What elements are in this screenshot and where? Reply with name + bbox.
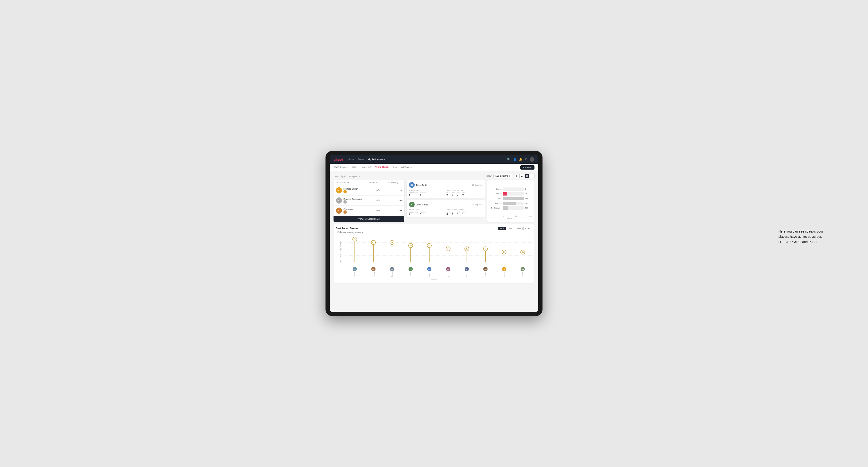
player-axis-label: M. Miller [485, 272, 486, 277]
annotation-text: Here you can see streaks your players ha… [778, 229, 826, 245]
practice-activities-stat: Total Practice Activities OTT 0 APP [446, 209, 483, 216]
player-details: Edward Crossman 2 [343, 198, 362, 204]
streak-col: 3x [514, 236, 532, 262]
streak-col: 4x [457, 236, 476, 262]
avatar: DB [390, 267, 394, 271]
player-card: JC Josh Coles 26 Aug 2023 Total Rounds T… [407, 200, 485, 217]
streak-bubble: 5x [408, 243, 413, 248]
subnav-hcaps[interactable]: Hcaps 1-5 [361, 166, 371, 169]
avatar: MM [483, 267, 488, 271]
bell-icon[interactable]: 🔔 [519, 158, 522, 161]
grid-view-button[interactable]: ⊞ [514, 174, 519, 178]
filter-app-button[interactable]: APP [507, 227, 514, 230]
logo: clippd [334, 158, 343, 161]
card-stats: Total Rounds Tournament 8 Practice [409, 189, 483, 196]
more-view-button[interactable]: ⋮ [530, 174, 534, 178]
subnav-pgat[interactable]: PGAT Players [334, 166, 347, 169]
streaks-subtitle: Off The Tee, Fairway Accuracy [336, 231, 532, 234]
avatar: RB [336, 187, 342, 193]
player-axis-label: J. Coles [410, 272, 411, 277]
player-info: RB Richard Butler 1 [336, 187, 369, 193]
leaderboard-header: PLAYER NAME PB SCORE PB AVG SQ [334, 180, 404, 185]
streak-bubble: 6x [390, 240, 394, 245]
streak-bubble: 4x [464, 247, 469, 251]
avatar: RB [427, 267, 431, 271]
streak-bubble: 3x [502, 250, 506, 254]
player-axis-label: B. McHerg [372, 272, 375, 277]
nav-teams[interactable]: Teams [358, 158, 365, 161]
player-avatar-item: EEE. Ebert [345, 267, 364, 277]
player-avatar-item: CQC. Quick [514, 267, 532, 277]
view-full-leaderboard-button[interactable]: View Full Leaderboard [334, 216, 404, 222]
filter-ott-button[interactable]: OTT [498, 227, 506, 230]
y-axis-container: Best Streak, Fairway Accuracy [336, 236, 344, 267]
bar-chart: Eagles 3 Birdies [490, 183, 532, 214]
rank-badge: 2 [343, 200, 347, 204]
streaks-header: Best Round Streaks OTT APP ARG PUTT [336, 227, 532, 230]
filter-buttons: OTT APP ARG PUTT [498, 227, 532, 230]
subnav-all-players[interactable]: All Players [401, 166, 412, 169]
avatar[interactable] [530, 157, 534, 162]
card-header: RB Rees Britt 02 Sep 2023 [409, 182, 483, 188]
bar-chart-panel: Eagles 3 Birdies [487, 180, 534, 222]
player-axis-label: D. Billingham [391, 272, 394, 277]
tablet-screen: clippd Home Teams My Performance 🔍 👤 🔔 ⚙… [330, 155, 538, 312]
player-avatar-item: DBD. Billingham [382, 267, 401, 277]
subnav-tour[interactable]: Tour [393, 166, 397, 169]
players-label: Players [336, 278, 532, 280]
person-icon[interactable]: 👤 [513, 158, 517, 161]
edit-icon[interactable]: ✏ [359, 175, 361, 178]
player-avatar-item: BMB. McHerg [364, 267, 382, 277]
player-info: EC Edward Crossman 2 [336, 197, 369, 204]
player-avatar-item: DFD. Ford [457, 267, 476, 277]
streak-bubble: 6x [371, 240, 376, 245]
player-avatars-row: EEE. EbertBMB. McHergDBD. BillinghamJCJ.… [336, 267, 532, 277]
rounds-stat: Total Rounds Tournament 8 Practice [409, 189, 445, 196]
nav-right: 🔍 👤 🔔 ⚙ [507, 157, 534, 162]
streak-col: 4x [476, 236, 495, 262]
subnav-pga[interactable]: PGA [352, 166, 356, 169]
streak-bubble: 5x [427, 243, 432, 248]
nav-my-performance[interactable]: My Performance [368, 158, 385, 161]
avatar: RB [409, 182, 415, 188]
player-card: RB Rees Britt 02 Sep 2023 Total Rounds T… [407, 180, 485, 198]
player-cards: RB Rees Britt 02 Sep 2023 Total Rounds T… [407, 180, 485, 222]
list-view-button[interactable]: ☰ [519, 174, 524, 178]
player-axis-label: R. Britt [429, 272, 430, 277]
view-icons: ⊞ ☰ ▦ ⋮ [514, 174, 534, 178]
rank-badge: 3 [343, 210, 347, 214]
card-stats: Total Rounds Tournament 7 Practice [409, 209, 483, 216]
streaks-section: Best Round Streaks OTT APP ARG PUTT Off … [334, 224, 534, 283]
player-details: Cameron... 3 [343, 208, 354, 214]
filter-putt-button[interactable]: PUTT [523, 227, 532, 230]
settings-icon[interactable]: ⚙ [525, 158, 527, 161]
player-details: Richard Butler 1 [343, 187, 358, 193]
streak-col: 6x [364, 236, 382, 262]
bar-row-eagles: Eagles 3 [490, 187, 532, 191]
rank-badge: 1 [343, 190, 347, 193]
subnav-team-clippd[interactable]: Team Clippd [375, 165, 389, 169]
nav-home[interactable]: Home [348, 158, 354, 161]
chevron-down-icon: ▾ [509, 175, 510, 177]
streak-bubble: 4x [446, 247, 451, 251]
avatar: JC [409, 201, 415, 207]
period-dropdown[interactable]: Last 3 months ▾ [493, 174, 512, 178]
search-icon[interactable]: 🔍 [507, 158, 511, 161]
add-team-button[interactable]: Add Team [520, 165, 534, 169]
streak-bars: 7x6x6x5x5x4x4x4x3x3x [345, 236, 532, 262]
sub-nav: PGAT Players PGA Hcaps 1-5 Team Clippd T… [330, 164, 538, 171]
streak-col: 6x [382, 236, 401, 262]
card-view-button[interactable]: ▦ [525, 174, 529, 178]
avatar: CQ [521, 267, 525, 271]
avatar: RB [502, 267, 506, 271]
bar-row-bogeys: Bogeys 311 [490, 201, 532, 205]
nav-bar: clippd Home Teams My Performance 🔍 👤 🔔 ⚙ [330, 155, 538, 164]
streak-col: 3x [495, 236, 514, 262]
player-axis-label: E. Crossman [447, 272, 450, 277]
team-title: Team Clippd 14 Players ✏ [334, 175, 361, 178]
main-content: Team Clippd 14 Players ✏ Show Last 3 mon… [330, 171, 538, 312]
streak-chart-area: Best Streak, Fairway Accuracy 8 6 4 2 0 … [336, 236, 532, 267]
streak-col: 7x [345, 236, 364, 262]
filter-arg-button[interactable]: ARG [515, 227, 523, 230]
tablet-device: clippd Home Teams My Performance 🔍 👤 🔔 ⚙… [326, 151, 542, 316]
